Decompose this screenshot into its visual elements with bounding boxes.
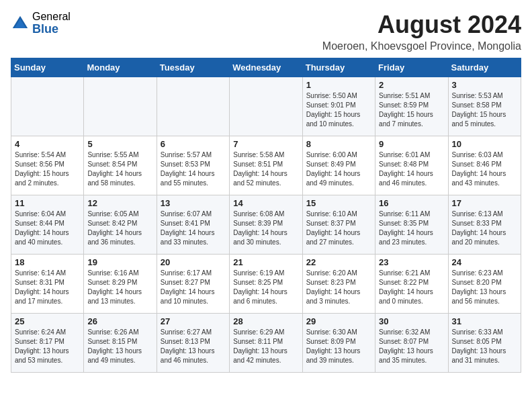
calendar-cell: 1Sunrise: 5:50 AM Sunset: 9:01 PM Daylig… [302,77,375,136]
day-info: Sunrise: 5:58 AM Sunset: 8:51 PM Dayligh… [233,150,298,188]
calendar-cell: 22Sunrise: 6:20 AM Sunset: 8:23 PM Dayli… [302,255,375,314]
day-number: 18 [15,257,80,267]
logo: General Blue [11,11,71,36]
day-number: 8 [306,139,371,149]
day-info: Sunrise: 6:08 AM Sunset: 8:39 PM Dayligh… [233,210,298,247]
weekday-header-saturday: Saturday [448,58,521,77]
day-info: Sunrise: 6:29 AM Sunset: 8:11 PM Dayligh… [233,328,298,365]
day-number: 29 [306,316,371,326]
calendar-cell: 8Sunrise: 6:00 AM Sunset: 8:49 PM Daylig… [302,136,375,195]
calendar-cell: 21Sunrise: 6:19 AM Sunset: 8:25 PM Dayli… [230,255,302,314]
day-number: 10 [452,139,517,149]
calendar-cell: 24Sunrise: 6:23 AM Sunset: 8:20 PM Dayli… [448,255,521,314]
day-info: Sunrise: 5:53 AM Sunset: 8:58 PM Dayligh… [452,91,517,129]
day-number: 7 [233,139,298,149]
calendar-week-1: 1Sunrise: 5:50 AM Sunset: 9:01 PM Daylig… [11,77,521,136]
day-number: 6 [161,139,226,149]
day-info: Sunrise: 6:14 AM Sunset: 8:31 PM Dayligh… [15,269,80,306]
day-info: Sunrise: 6:19 AM Sunset: 8:25 PM Dayligh… [233,269,298,306]
day-number: 20 [161,257,226,267]
day-number: 13 [161,198,226,208]
weekday-header-sunday: Sunday [11,58,84,77]
calendar-cell [11,77,84,136]
day-info: Sunrise: 6:13 AM Sunset: 8:33 PM Dayligh… [452,210,517,247]
calendar-cell: 27Sunrise: 6:27 AM Sunset: 8:13 PM Dayli… [157,314,229,373]
calendar-week-5: 25Sunrise: 6:24 AM Sunset: 8:17 PM Dayli… [11,314,521,373]
calendar-cell: 25Sunrise: 6:24 AM Sunset: 8:17 PM Dayli… [11,314,84,373]
day-number: 11 [15,198,80,208]
calendar-cell: 17Sunrise: 6:13 AM Sunset: 8:33 PM Dayli… [448,195,521,255]
calendar-cell: 19Sunrise: 6:16 AM Sunset: 8:29 PM Dayli… [84,255,157,314]
calendar-week-3: 11Sunrise: 6:04 AM Sunset: 8:44 PM Dayli… [11,195,521,255]
day-info: Sunrise: 6:05 AM Sunset: 8:42 PM Dayligh… [87,210,152,247]
day-info: Sunrise: 6:03 AM Sunset: 8:46 PM Dayligh… [452,150,517,188]
calendar-cell: 20Sunrise: 6:17 AM Sunset: 8:27 PM Dayli… [157,255,229,314]
weekday-header-wednesday: Wednesday [230,58,302,77]
calendar-cell: 15Sunrise: 6:10 AM Sunset: 8:37 PM Dayli… [302,195,375,255]
day-number: 12 [87,198,152,208]
calendar-header-row: SundayMondayTuesdayWednesdayThursdayFrid… [11,58,521,77]
calendar-table: SundayMondayTuesdayWednesdayThursdayFrid… [11,58,521,373]
day-number: 30 [379,316,444,326]
calendar-cell: 26Sunrise: 6:26 AM Sunset: 8:15 PM Dayli… [84,314,157,373]
day-number: 31 [452,316,517,326]
day-info: Sunrise: 5:55 AM Sunset: 8:54 PM Dayligh… [87,150,152,188]
day-number: 14 [233,198,298,208]
day-number: 4 [15,139,80,149]
day-info: Sunrise: 6:17 AM Sunset: 8:27 PM Dayligh… [161,269,226,306]
day-info: Sunrise: 6:16 AM Sunset: 8:29 PM Dayligh… [87,269,152,306]
day-info: Sunrise: 6:24 AM Sunset: 8:17 PM Dayligh… [15,328,80,365]
day-info: Sunrise: 6:21 AM Sunset: 8:22 PM Dayligh… [379,269,444,306]
day-number: 25 [15,316,80,326]
day-info: Sunrise: 6:26 AM Sunset: 8:15 PM Dayligh… [87,328,152,365]
calendar-cell [230,77,302,136]
day-number: 27 [161,316,226,326]
location: Moeroen, Khoevsgoel Province, Mongolia [322,40,521,52]
calendar-cell: 29Sunrise: 6:30 AM Sunset: 8:09 PM Dayli… [302,314,375,373]
calendar-cell: 6Sunrise: 5:57 AM Sunset: 8:53 PM Daylig… [157,136,229,195]
calendar-cell: 14Sunrise: 6:08 AM Sunset: 8:39 PM Dayli… [230,195,302,255]
day-number: 9 [379,139,444,149]
day-info: Sunrise: 5:57 AM Sunset: 8:53 PM Dayligh… [161,150,226,188]
calendar-cell: 11Sunrise: 6:04 AM Sunset: 8:44 PM Dayli… [11,195,84,255]
day-number: 3 [452,80,517,90]
day-info: Sunrise: 6:23 AM Sunset: 8:20 PM Dayligh… [452,269,517,306]
day-number: 17 [452,198,517,208]
day-info: Sunrise: 6:07 AM Sunset: 8:41 PM Dayligh… [161,210,226,247]
day-info: Sunrise: 6:00 AM Sunset: 8:49 PM Dayligh… [306,150,371,188]
logo-blue: Blue [32,23,71,36]
day-info: Sunrise: 5:54 AM Sunset: 8:56 PM Dayligh… [15,150,80,188]
calendar-cell: 3Sunrise: 5:53 AM Sunset: 8:58 PM Daylig… [448,77,521,136]
calendar-cell: 12Sunrise: 6:05 AM Sunset: 8:42 PM Dayli… [84,195,157,255]
day-number: 5 [87,139,152,149]
day-number: 16 [379,198,444,208]
day-info: Sunrise: 6:27 AM Sunset: 8:13 PM Dayligh… [161,328,226,365]
logo-icon [11,14,30,33]
page-header: General Blue August 2024 Moeroen, Khoevs… [11,11,521,52]
calendar-cell: 7Sunrise: 5:58 AM Sunset: 8:51 PM Daylig… [230,136,302,195]
weekday-header-thursday: Thursday [302,58,375,77]
day-number: 23 [379,257,444,267]
day-info: Sunrise: 6:10 AM Sunset: 8:37 PM Dayligh… [306,210,371,247]
day-info: Sunrise: 6:32 AM Sunset: 8:07 PM Dayligh… [379,328,444,365]
calendar-cell: 18Sunrise: 6:14 AM Sunset: 8:31 PM Dayli… [11,255,84,314]
weekday-header-friday: Friday [375,58,448,77]
calendar-week-2: 4Sunrise: 5:54 AM Sunset: 8:56 PM Daylig… [11,136,521,195]
day-number: 26 [87,316,152,326]
weekday-header-tuesday: Tuesday [157,58,229,77]
day-number: 1 [306,80,371,90]
title-block: August 2024 Moeroen, Khoevsgoel Province… [322,11,521,52]
day-info: Sunrise: 6:04 AM Sunset: 8:44 PM Dayligh… [15,210,80,247]
calendar-cell: 9Sunrise: 6:01 AM Sunset: 8:48 PM Daylig… [375,136,448,195]
day-info: Sunrise: 6:30 AM Sunset: 8:09 PM Dayligh… [306,328,371,365]
calendar-cell: 28Sunrise: 6:29 AM Sunset: 8:11 PM Dayli… [230,314,302,373]
calendar-cell: 2Sunrise: 5:51 AM Sunset: 8:59 PM Daylig… [375,77,448,136]
day-info: Sunrise: 6:01 AM Sunset: 8:48 PM Dayligh… [379,150,444,188]
day-info: Sunrise: 6:11 AM Sunset: 8:35 PM Dayligh… [379,210,444,247]
month-year: August 2024 [322,11,521,39]
day-info: Sunrise: 5:51 AM Sunset: 8:59 PM Dayligh… [379,91,444,129]
calendar-cell: 4Sunrise: 5:54 AM Sunset: 8:56 PM Daylig… [11,136,84,195]
day-info: Sunrise: 6:33 AM Sunset: 8:05 PM Dayligh… [452,328,517,365]
calendar-week-4: 18Sunrise: 6:14 AM Sunset: 8:31 PM Dayli… [11,255,521,314]
day-number: 19 [87,257,152,267]
